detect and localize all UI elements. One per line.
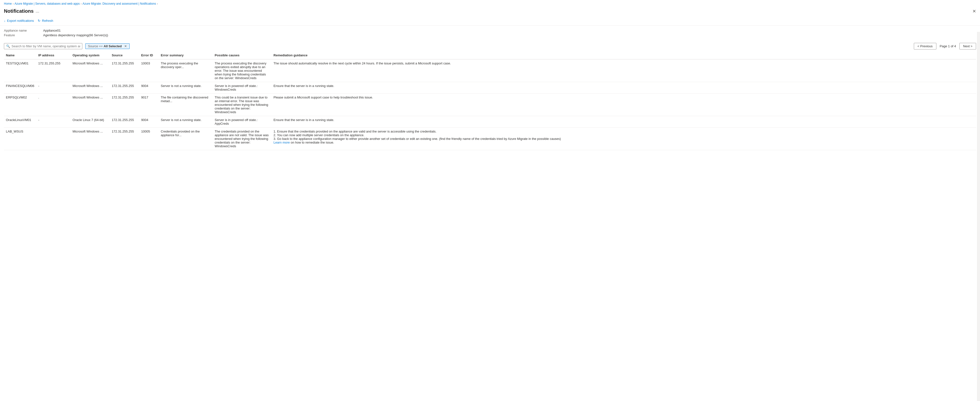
col-header-os: Operating system [71,51,110,59]
table-row: LAB_WSUSMicrosoft Windows ...172.31.255.… [4,127,976,150]
refresh-button[interactable]: ↻ Refresh [38,18,53,24]
remediation-text: 3. Go back to the appliance configuratio… [274,137,974,141]
notifications-table-container: Name IP address Operating system Source … [0,51,980,150]
page-info: Page 1 of 4 [938,45,958,48]
search-icon: 🔍 [6,45,10,48]
breadcrumb: Home › Azure Migrate | Servers, database… [0,0,980,7]
download-icon: ↓ [4,19,6,22]
cell-remediation: The issue should automatically resolve i… [272,59,976,82]
filter-prefix: Source == [88,45,103,48]
pagination: < Previous Page 1 of 4 Next > [914,43,976,49]
cell-ip [36,127,71,150]
cell-source: 172.31.255.255 [110,127,139,150]
cell-source: 172.31.255.255 [110,116,139,127]
filter-value: All Selected [103,45,122,48]
table-row: OracleLinuxVM01-Oracle Linux 7 (64-bit)1… [4,116,976,127]
col-header-ip: IP address [36,51,71,59]
breadcrumb-home[interactable]: Home [4,2,12,5]
previous-button[interactable]: < Previous [914,43,936,49]
col-header-errsum: Error summary [159,51,213,59]
cell-ip: . [36,94,71,116]
remediation-learn-more-link[interactable]: Learn more [274,141,290,144]
cell-remediation: Ensure that the server is in a running s… [272,82,976,94]
toolbar: ↓ Export notifications ↻ Refresh [0,16,980,26]
feature-label: Feature [4,33,43,37]
cell-remediation: 1. Ensure that the credentials provided … [272,127,976,150]
cell-source: 172.31.255.255 [110,59,139,82]
cell-ip: - [36,82,71,94]
filter-badge[interactable]: Source == All Selected ✕ [85,43,130,49]
close-button[interactable]: ✕ [972,9,976,14]
table-header-row: Name IP address Operating system Source … [4,51,976,59]
cell-errorid: 10005 [139,127,159,150]
page-header: Notifications ... ✕ [0,7,980,16]
appliance-label: Appliance name [4,29,43,32]
feature-row: Feature Agentless dependency mapping(66 … [4,33,976,37]
cell-source: 172.31.255.255 [110,82,139,94]
feature-value: Agentless dependency mapping(66 Server(s… [43,33,108,37]
col-header-errorid: Error ID [139,51,159,59]
cell-errsum: Server is not a running state. [159,116,213,127]
cell-cause: The credentials provided on the applianc… [213,127,272,150]
col-header-cause: Possible causes [213,51,272,59]
cell-name: TESTSQLVM01 [4,59,36,82]
cell-os: Microsoft Windows ... [71,59,110,82]
cell-name: LAB_WSUS [4,127,36,150]
cell-name: FINANCESQLVM06 [4,82,36,94]
cell-errorid: 10003 [139,59,159,82]
cell-cause: Server is in powered off state.: AppCred… [213,116,272,127]
table-row: FINANCESQLVM06-Microsoft Windows ...172.… [4,82,976,94]
remediation-text: 2. You can now add multiple server crede… [274,133,974,137]
refresh-icon: ↻ [38,19,40,22]
cell-source: 172.31.255.255 [110,94,139,116]
col-header-remediation: Remediation guidance [272,51,976,59]
cell-errorid: 9004 [139,116,159,127]
more-options-icon[interactable]: ... [35,9,39,14]
table-row: ERPSQLVM02.Microsoft Windows ...172.31.2… [4,94,976,116]
breadcrumb-sep-1: › [13,2,13,5]
table-row: TESTSQLVM01172.31.255.255Microsoft Windo… [4,59,976,82]
cell-errorid: 9004 [139,82,159,94]
col-header-source: Source [110,51,139,59]
breadcrumb-notifications[interactable]: Azure Migrate: Discovery and assessment … [83,2,156,5]
remediation-text: 1. Ensure that the credentials provided … [274,130,974,133]
cell-cause: The process executing the discovery oper… [213,59,272,82]
cell-errsum: The file containing the discovered metad… [159,94,213,116]
next-button[interactable]: Next > [959,43,976,49]
search-box[interactable]: 🔍 [4,43,82,49]
cell-errorid: 9017 [139,94,159,116]
appliance-row: Appliance name Appliance01 [4,29,976,32]
cell-ip: - [36,116,71,127]
export-label: Export notifications [7,19,34,22]
appliance-value: Appliance01 [43,29,61,32]
cell-errsum: Credentials provided on the appliance fo… [159,127,213,150]
cell-cause: Server is in powered off state.: Windows… [213,82,272,94]
cell-remediation: Ensure that the server is in a running s… [272,116,976,127]
export-notifications-button[interactable]: ↓ Export notifications [4,18,34,24]
refresh-label: Refresh [42,19,53,22]
cell-os: Oracle Linux 7 (64-bit) [71,116,110,127]
cell-errsum: The process executing the discovery oper… [159,59,213,82]
cell-name: ERPSQLVM02 [4,94,36,116]
filter-close-icon[interactable]: ✕ [124,45,127,48]
search-input[interactable] [11,45,80,48]
cell-os: Microsoft Windows ... [71,82,110,94]
cell-os: Microsoft Windows ... [71,94,110,116]
page-title: Notifications [4,8,33,14]
breadcrumb-sep-2: › [81,2,81,5]
cell-os: Microsoft Windows ... [71,127,110,150]
breadcrumb-sep-3: › [157,2,158,5]
filter-row: 🔍 Source == All Selected ✕ < Previous Pa… [0,41,980,51]
notifications-table: Name IP address Operating system Source … [4,51,976,150]
cell-ip: 172.31.255.255 [36,59,71,82]
breadcrumb-servers[interactable]: Azure Migrate | Servers, databases and w… [14,2,80,5]
cell-errsum: Server is not a running state. [159,82,213,94]
col-header-name: Name [4,51,36,59]
cell-remediation: Please submit a Microsoft support case t… [272,94,976,116]
cell-name: OracleLinuxVM01 [4,116,36,127]
cell-cause: This could be a transient issue due to a… [213,94,272,116]
scrollbar[interactable] [977,32,980,401]
metadata-section: Appliance name Appliance01 Feature Agent… [0,26,980,41]
